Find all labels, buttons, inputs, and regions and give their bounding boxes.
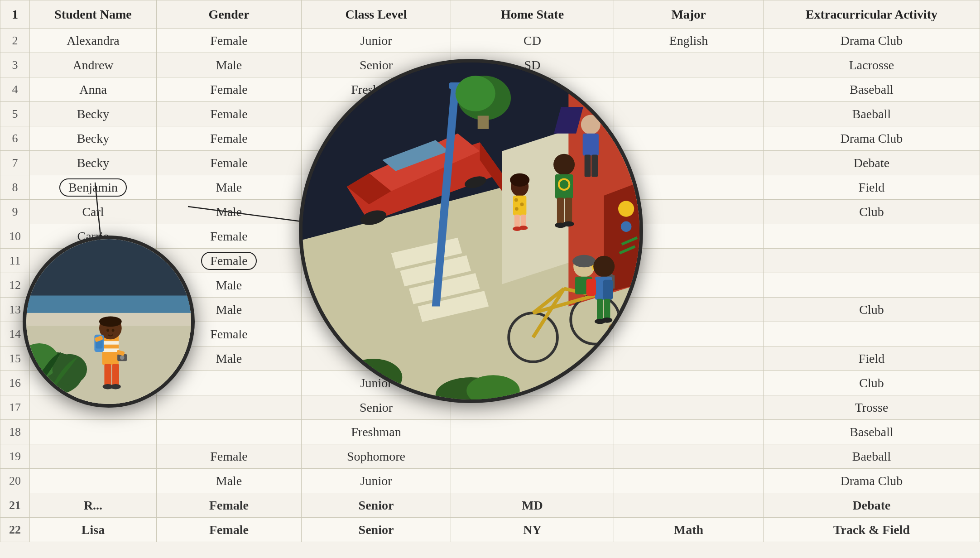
- cell-major: [614, 126, 764, 151]
- row-number: 7: [0, 151, 30, 175]
- cell-name: [30, 469, 157, 493]
- col-header-gender: Gender: [157, 0, 302, 29]
- cell-class: Freshman: [302, 420, 451, 444]
- cell-class: Junior: [302, 29, 451, 53]
- svg-rect-68: [585, 155, 591, 177]
- svg-point-20: [112, 329, 115, 332]
- cell-class: Senior: [302, 518, 451, 542]
- row-number: 15: [0, 346, 30, 371]
- cell-name: Becky: [30, 102, 157, 126]
- cell-gender: Male: [157, 200, 302, 224]
- svg-point-102: [621, 221, 631, 231]
- cell-class: Senior: [302, 493, 451, 518]
- cell-gender: Female: [157, 518, 302, 542]
- cell-major: [614, 371, 764, 395]
- svg-rect-92: [597, 299, 603, 321]
- svg-point-19: [106, 329, 109, 332]
- cell-major: [614, 420, 764, 444]
- cell-gender: [157, 420, 302, 444]
- highlighted-gender: Female: [201, 252, 256, 270]
- table-row: 21R...FemaleSeniorMDDebate: [0, 493, 980, 518]
- cell-extra: Baeball: [764, 102, 980, 126]
- svg-rect-63: [565, 198, 572, 225]
- cell-gender: Male: [157, 53, 302, 77]
- cell-extra: Baeball: [764, 444, 980, 469]
- svg-rect-67: [583, 134, 599, 156]
- svg-rect-51: [513, 196, 526, 216]
- cell-gender: Male: [157, 469, 302, 493]
- row-number: 18: [0, 420, 30, 444]
- col-header-state: Home State: [451, 0, 614, 29]
- cell-extra: [764, 224, 980, 249]
- spreadsheet: 1 Student Name Gender Class Level Home S…: [0, 0, 980, 558]
- cell-extra: Club: [764, 298, 980, 322]
- table-row: 20MaleJuniorDrama Club: [0, 469, 980, 493]
- cell-extra: Drama Club: [764, 126, 980, 151]
- svg-rect-11: [102, 341, 119, 345]
- cell-major: [614, 151, 764, 175]
- row-number: 19: [0, 444, 30, 469]
- cell-name: Anna: [30, 77, 157, 102]
- table-row: 19FemaleSophomoreBaeball: [0, 444, 980, 469]
- svg-rect-60: [555, 174, 573, 199]
- cell-extra: Baseball: [764, 420, 980, 444]
- cell-gender: Female: [157, 102, 302, 126]
- svg-point-16: [110, 384, 121, 389]
- cell-gender: Female: [157, 493, 302, 518]
- cell-state: CD: [451, 29, 614, 53]
- cell-major: Math: [614, 518, 764, 542]
- row-number: 6: [0, 126, 30, 151]
- svg-point-58: [519, 226, 528, 230]
- svg-rect-90: [586, 279, 596, 296]
- cell-name: R...: [30, 493, 157, 518]
- svg-point-53: [520, 202, 524, 206]
- cell-name: Becky: [30, 126, 157, 151]
- cell-major: [614, 395, 764, 420]
- cell-extra: Drama Club: [764, 469, 980, 493]
- row-number: 12: [0, 273, 30, 298]
- cell-state: MD: [451, 493, 614, 518]
- cell-major: English: [614, 29, 764, 53]
- row-number: 5: [0, 102, 30, 126]
- small-circle-illustration: [23, 236, 195, 408]
- cell-extra: Trosse: [764, 395, 980, 420]
- cell-name: Alexandra: [30, 29, 157, 53]
- svg-rect-55: [514, 215, 520, 228]
- svg-point-65: [563, 221, 574, 226]
- row-number: 20: [0, 469, 30, 493]
- cell-name: Becky: [30, 151, 157, 175]
- svg-rect-13: [104, 364, 111, 386]
- cell-class: Junior: [302, 469, 451, 493]
- cell-major: [614, 444, 764, 469]
- cell-extra: Lacrosse: [764, 53, 980, 77]
- cell-major: [614, 102, 764, 126]
- cell-extra: Track & Field: [764, 518, 980, 542]
- cell-extra: Baseball: [764, 77, 980, 102]
- cell-gender: Female: [157, 224, 302, 249]
- col-header-extra: Extracurricular Activity: [764, 0, 980, 29]
- col-header-num: 1: [0, 0, 30, 29]
- cell-major: [614, 469, 764, 493]
- cell-extra: Field: [764, 175, 980, 200]
- row-number: 8: [0, 175, 30, 200]
- cell-gender: [157, 371, 302, 395]
- cell-extra: Debate: [764, 493, 980, 518]
- svg-point-80: [572, 255, 596, 267]
- svg-point-101: [618, 201, 634, 216]
- cell-name: [30, 420, 157, 444]
- svg-point-95: [602, 317, 612, 323]
- cell-extra: [764, 249, 980, 273]
- row-number: 22: [0, 518, 30, 542]
- cell-extra: Club: [764, 200, 980, 224]
- svg-point-18: [99, 317, 122, 327]
- svg-point-24: [120, 356, 125, 360]
- cell-gender: Female: [157, 77, 302, 102]
- svg-point-50: [510, 173, 529, 187]
- cell-state: [451, 444, 614, 469]
- cell-name: Benjamin: [30, 175, 157, 200]
- svg-point-59: [553, 154, 575, 175]
- cell-class: Senior: [302, 395, 451, 420]
- table-row: 2AlexandraFemaleJuniorCDEnglishDrama Clu…: [0, 29, 980, 53]
- row-number: 4: [0, 77, 30, 102]
- cell-name: Carl: [30, 200, 157, 224]
